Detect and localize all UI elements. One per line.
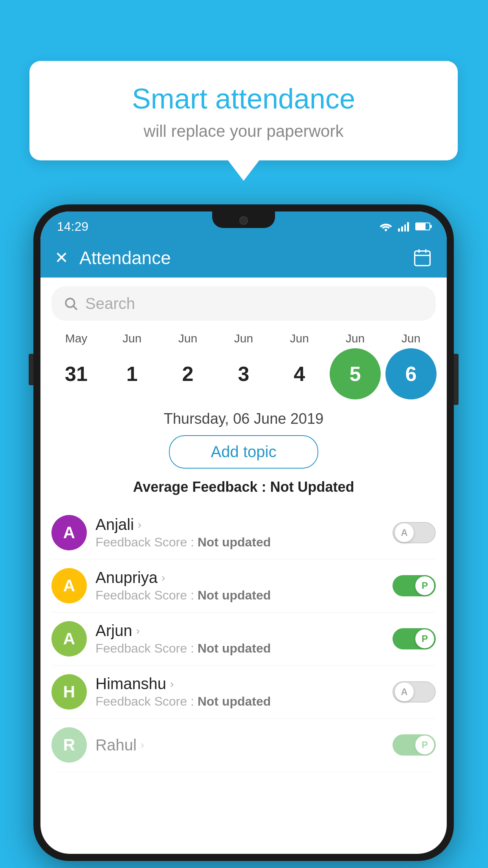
student-name-arjun: Arjun ›: [95, 622, 384, 640]
student-info-arjun: Arjun › Feedback Score : Not updated: [95, 622, 384, 656]
phone-mockup: 14:29: [33, 204, 454, 861]
student-info-anupriya: Anupriya › Feedback Score : Not updated: [95, 569, 384, 603]
student-name-himanshu: Himanshu ›: [95, 675, 384, 693]
app-bar-title: Attendance: [79, 247, 401, 268]
bubble-title: Smart attendance: [53, 83, 434, 115]
avatar-arjun: A: [51, 621, 87, 657]
avatar-himanshu: H: [51, 674, 87, 710]
toggle-knob-arjun: P: [415, 629, 434, 648]
calendar-months: May Jun Jun Jun Jun Jun Jun: [48, 332, 439, 345]
student-name-partial: Rahul ›: [95, 736, 384, 754]
month-1: Jun: [106, 332, 158, 345]
student-feedback-anupriya: Feedback Score : Not updated: [95, 588, 384, 603]
svg-point-5: [66, 298, 74, 307]
student-info-anjali: Anjali › Feedback Score : Not updated: [95, 516, 384, 550]
toggle-knob-anupriya: P: [415, 576, 434, 595]
wifi-icon: [379, 221, 393, 232]
status-time: 14:29: [57, 219, 88, 234]
student-list: A Anjali › Feedback Score : Not updated …: [40, 506, 447, 772]
month-6: Jun: [385, 332, 437, 345]
month-4: Jun: [274, 332, 325, 345]
camera: [239, 216, 248, 225]
student-feedback-arjun: Feedback Score : Not updated: [95, 641, 384, 656]
day-2[interactable]: 2: [162, 348, 213, 399]
speech-bubble: Smart attendance will replace your paper…: [29, 61, 458, 160]
chevron-partial: ›: [141, 739, 144, 751]
calendar-days: 31 1 2 3 4 5 6: [48, 348, 439, 399]
toggle-anjali[interactable]: A: [393, 522, 436, 543]
chevron-arjun: ›: [136, 625, 139, 637]
avg-feedback-label: Average Feedback :: [133, 479, 270, 495]
search-bar[interactable]: Search: [51, 286, 436, 321]
calendar-icon[interactable]: [412, 248, 433, 268]
chevron-anjali: ›: [138, 519, 141, 531]
search-placeholder: Search: [85, 295, 135, 313]
day-31[interactable]: 31: [51, 348, 102, 399]
day-4[interactable]: 4: [274, 348, 325, 399]
app-bar: ✕ Attendance: [40, 238, 447, 278]
day-5-today[interactable]: 5: [330, 348, 381, 399]
avatar-anupriya: A: [51, 568, 87, 603]
bubble-subtitle: will replace your paperwork: [53, 122, 434, 141]
student-feedback-himanshu: Feedback Score : Not updated: [95, 694, 384, 709]
student-info-partial: Rahul ›: [95, 736, 384, 754]
toggle-knob-himanshu: A: [395, 682, 414, 701]
selected-date: Thursday, 06 June 2019: [40, 410, 447, 427]
toggle-anupriya[interactable]: P: [393, 575, 436, 596]
toggle-himanshu[interactable]: A: [393, 681, 436, 702]
phone-outer: 14:29: [33, 204, 454, 861]
avatar-anjali: A: [51, 515, 87, 550]
phone-screen: 14:29: [40, 211, 447, 854]
signal-icon: [398, 221, 409, 232]
avg-feedback-value: Not Updated: [270, 479, 354, 495]
toggle-knob-anjali: A: [395, 523, 414, 542]
student-name-anjali: Anjali ›: [95, 516, 384, 533]
student-name-anupriya: Anupriya ›: [95, 569, 384, 587]
month-5: Jun: [330, 332, 381, 345]
month-3: Jun: [218, 332, 269, 345]
svg-point-0: [385, 229, 387, 231]
month-0: May: [51, 332, 102, 345]
svg-line-6: [73, 306, 77, 310]
student-item-anjali[interactable]: A Anjali › Feedback Score : Not updated …: [51, 506, 436, 559]
toggle-arjun[interactable]: P: [393, 628, 436, 649]
svg-rect-1: [415, 251, 430, 266]
avatar-partial: R: [51, 727, 87, 763]
toggle-knob-partial: P: [415, 736, 434, 754]
status-icons: [379, 221, 430, 232]
add-topic-button[interactable]: Add topic: [169, 435, 318, 469]
student-feedback-anjali: Feedback Score : Not updated: [95, 535, 384, 550]
student-item-himanshu[interactable]: H Himanshu › Feedback Score : Not update…: [51, 666, 436, 719]
day-6-selected[interactable]: 6: [385, 348, 437, 399]
chevron-anupriya: ›: [161, 572, 165, 584]
student-item-partial[interactable]: R Rahul › P: [51, 719, 436, 772]
search-icon: [63, 296, 78, 311]
toggle-partial[interactable]: P: [393, 734, 436, 756]
day-3[interactable]: 3: [218, 348, 269, 399]
day-1[interactable]: 1: [106, 348, 158, 399]
battery-fill: [416, 223, 426, 230]
calendar-strip: May Jun Jun Jun Jun Jun Jun 31 1 2 3 4 5…: [40, 332, 447, 399]
close-button[interactable]: ✕: [55, 250, 68, 266]
student-info-himanshu: Himanshu › Feedback Score : Not updated: [95, 675, 384, 709]
student-item-anupriya[interactable]: A Anupriya › Feedback Score : Not update…: [51, 559, 436, 612]
avg-feedback: Average Feedback : Not Updated: [40, 479, 447, 495]
student-item-arjun[interactable]: A Arjun › Feedback Score : Not updated P: [51, 612, 436, 666]
chevron-himanshu: ›: [170, 678, 174, 690]
phone-notch: [212, 211, 275, 228]
battery-icon: [415, 223, 430, 230]
month-2: Jun: [162, 332, 213, 345]
